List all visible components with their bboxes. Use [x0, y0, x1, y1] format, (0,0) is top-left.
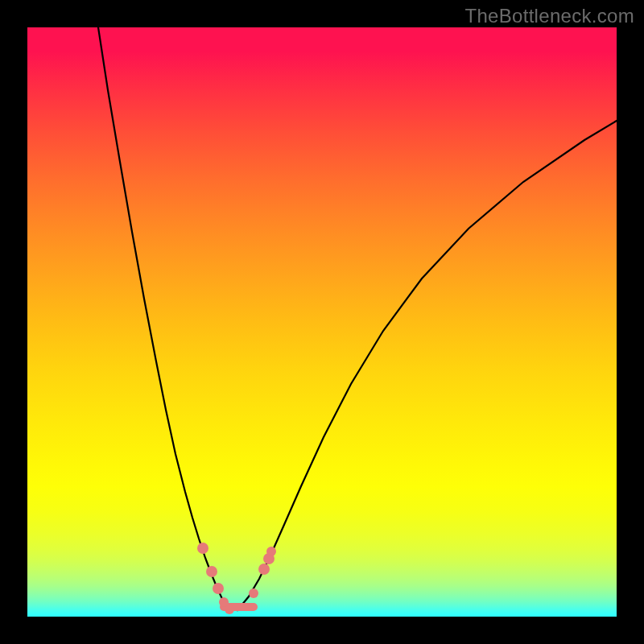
curve-layer	[27, 27, 617, 617]
left-lower-dot	[213, 583, 224, 594]
chart-frame: TheBottleneck.com	[0, 0, 644, 644]
right-upper-dot-a	[258, 564, 270, 575]
valley-right-dot	[249, 588, 258, 598]
left-upper-dot	[197, 543, 208, 554]
right-top-dot	[266, 547, 276, 556]
left-mid-dot	[206, 566, 217, 577]
bottleneck-curve-left	[98, 27, 237, 610]
valley-left-dot	[225, 605, 234, 614]
watermark-label: TheBottleneck.com	[464, 5, 634, 27]
bottleneck-curve-right	[237, 121, 617, 610]
